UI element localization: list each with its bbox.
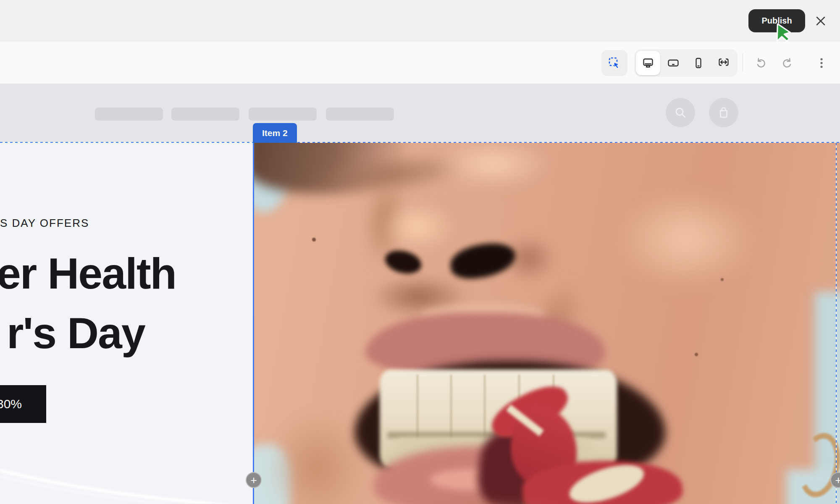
device-tablet-icon[interactable]: [661, 51, 685, 75]
device-preview-switcher: [634, 49, 738, 77]
select-tool-icon[interactable]: [601, 50, 627, 76]
bag-icon[interactable]: [709, 98, 738, 127]
photo-layer: [312, 238, 316, 242]
photo-layer: [695, 353, 698, 356]
editor-top-bar: Publish: [0, 0, 840, 41]
close-icon[interactable]: [815, 15, 827, 27]
site-header-section[interactable]: [0, 84, 840, 143]
more-menu-icon[interactable]: [815, 56, 828, 70]
search-icon[interactable]: [666, 98, 695, 127]
device-fluid-width-icon[interactable]: [711, 51, 736, 75]
photo-layer: [266, 412, 367, 504]
redo-icon[interactable]: [780, 56, 794, 70]
photo-layer: [392, 498, 573, 504]
photo-layer: [380, 202, 455, 252]
selection-item-label[interactable]: Item 2: [253, 123, 297, 143]
photo-layer: [615, 189, 758, 290]
nav-placeholder-3[interactable]: [249, 108, 317, 121]
device-mobile-icon[interactable]: [686, 51, 711, 75]
photo-layer: [434, 143, 552, 189]
publish-button[interactable]: Publish: [748, 9, 805, 32]
hero-text-panel[interactable]: S DAY OFFERS er Health r's Day 30%: [0, 143, 254, 504]
hero-image[interactable]: [254, 143, 840, 504]
add-item-button-left[interactable]: +: [246, 472, 262, 488]
decorative-wave: [0, 143, 254, 504]
device-desktop-icon[interactable]: [636, 51, 660, 75]
undo-icon[interactable]: [754, 56, 768, 70]
selection-border-top: [0, 142, 840, 143]
nav-placeholder-1[interactable]: [95, 108, 163, 121]
selection-border-left: [253, 143, 254, 504]
nav-placeholder-2[interactable]: [171, 108, 239, 121]
selection-border-right: [836, 143, 837, 504]
photo-layer: [721, 278, 724, 281]
nav-placeholder-4[interactable]: [326, 108, 394, 121]
editor-window: { "topbar": { "publish_label": "Publish"…: [0, 0, 840, 504]
editor-toolbar: [0, 42, 840, 84]
toolbar-divider: [743, 53, 743, 72]
